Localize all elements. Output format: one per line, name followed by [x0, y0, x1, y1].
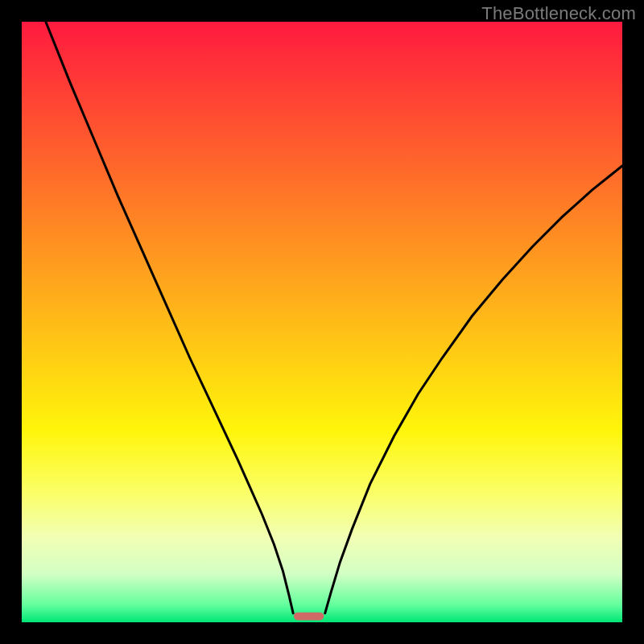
bottom-marker: [294, 613, 324, 621]
left-curve: [46, 22, 293, 613]
right-curve: [325, 166, 622, 613]
curves-layer: [22, 22, 622, 622]
plot-area: [22, 22, 622, 622]
chart-frame: TheBottleneck.com: [0, 0, 644, 644]
